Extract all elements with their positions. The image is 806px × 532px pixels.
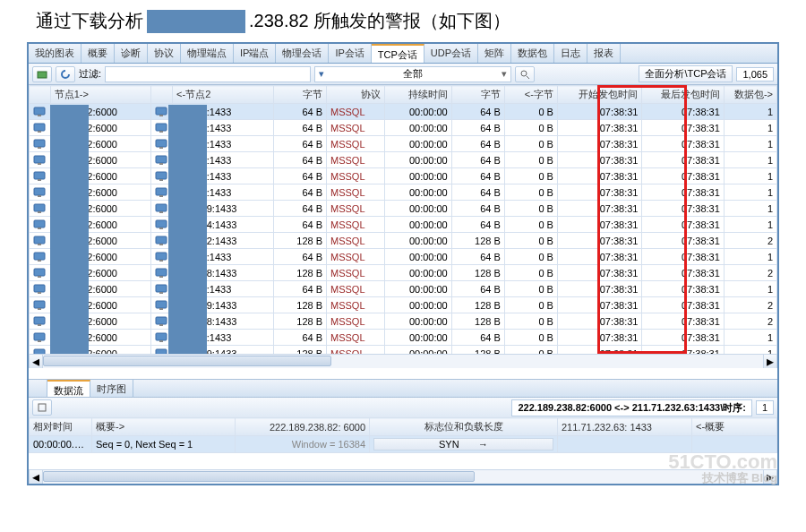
- tab-5[interactable]: IP端点: [234, 44, 276, 63]
- tab-6[interactable]: 物理会话: [276, 44, 329, 63]
- cell-end: 07:38:31: [642, 330, 724, 346]
- tab-13[interactable]: 报表: [587, 44, 621, 63]
- table-row[interactable]: 9.238.32:6000232.124:143364 BMSSQL00:00:…: [30, 217, 777, 233]
- table-row[interactable]: 9.238.32:6000232.86:143364 BMSSQL00:00:0…: [30, 120, 777, 136]
- tab-9[interactable]: UDP会话: [424, 44, 478, 63]
- col-ep2[interactable]: 211.71.232.63: 1433: [558, 418, 692, 436]
- svg-rect-11: [34, 140, 45, 147]
- monitor-icon: [33, 268, 46, 279]
- cell-bytes1: 64 B: [273, 136, 326, 152]
- csv-export-icon[interactable]: [32, 66, 52, 82]
- table-row[interactable]: 9.238.32:6000232.81:143364 BMSSQL00:00:0…: [30, 184, 777, 201]
- subtab-1[interactable]: 数据流: [47, 380, 90, 397]
- col-8[interactable]: <-字节: [504, 86, 557, 104]
- cell-dur: 00:00:00: [384, 104, 451, 120]
- table-row[interactable]: 9.238.32:6000232.199:1433128 BMSSQL00:00…: [30, 297, 777, 313]
- cell-pkt: 1: [724, 168, 776, 184]
- cell-dur: 00:00:00: [384, 201, 451, 217]
- table-row[interactable]: 9.238.32:6000232.73:143364 BMSSQL00:00:0…: [30, 136, 777, 152]
- cell-dur: 00:00:00: [384, 330, 451, 346]
- monitor-icon: [33, 316, 46, 327]
- col-11[interactable]: 数据包->: [724, 86, 776, 104]
- svg-rect-41: [156, 253, 167, 260]
- svg-rect-37: [156, 236, 167, 244]
- svg-rect-28: [38, 211, 41, 213]
- tab-0[interactable]: 我的图表: [29, 44, 81, 63]
- monitor-icon: [155, 123, 167, 133]
- table-row[interactable]: 9.238.32:6000232.56:143364 BMSSQL00:00:0…: [30, 330, 777, 346]
- col-rel-time[interactable]: 相对时间: [30, 418, 92, 436]
- refresh-icon[interactable]: [56, 66, 75, 82]
- cell-start: 07:38:31: [557, 281, 642, 297]
- col-2[interactable]: [151, 86, 173, 104]
- monitor-icon: [33, 219, 46, 230]
- col-ep1[interactable]: 222.189.238.82: 6000: [236, 418, 370, 436]
- col-0[interactable]: [30, 86, 51, 104]
- monitor-icon: [33, 155, 46, 166]
- table-row[interactable]: 9.238.32:6000232.60:143364 BMSSQL00:00:0…: [30, 168, 777, 184]
- cell-bytes3: 0 B: [504, 136, 557, 152]
- svg-rect-20: [38, 179, 41, 181]
- svg-rect-22: [159, 179, 163, 181]
- col-1[interactable]: 节点1->: [50, 86, 151, 104]
- table-row[interactable]: 9.238.32:6000232.178:1433128 BMSSQL00:00…: [30, 265, 777, 281]
- table-row[interactable]: 9.238.32:6000232.82:143364 BMSSQL00:00:0…: [30, 152, 777, 168]
- row-count: 1,065: [736, 67, 774, 82]
- tab-8[interactable]: TCP会话: [372, 44, 424, 63]
- table-row[interactable]: 9.238.32:6000232.208:1433128 BMSSQL00:00…: [30, 313, 777, 330]
- tab-3[interactable]: 协议: [148, 44, 181, 63]
- cell-start: 07:38:31: [557, 152, 642, 168]
- tab-10[interactable]: 矩阵: [478, 44, 511, 63]
- table-row[interactable]: 9.238.32:6000232.63:143364 BMSSQL00:00:0…: [30, 104, 777, 120]
- svg-rect-47: [34, 285, 45, 292]
- h-scrollbar[interactable]: ◂▸: [29, 354, 777, 368]
- detail-h-scrollbar[interactable]: ◂▸: [29, 469, 777, 484]
- col-summary-l[interactable]: 概要->: [92, 418, 236, 436]
- table-row[interactable]: 9.238.32:6000232.96:143364 BMSSQL00:00:0…: [30, 281, 777, 297]
- svg-rect-63: [34, 349, 45, 355]
- cell-start: 07:38:31: [557, 297, 642, 313]
- detail-options-icon[interactable]: [32, 399, 52, 416]
- col-flag[interactable]: 标志位和负载长度: [370, 418, 558, 436]
- tab-1[interactable]: 概要: [81, 44, 115, 63]
- cell-bytes3: 0 B: [504, 201, 557, 217]
- cell-start: 07:38:31: [557, 249, 642, 265]
- search-icon[interactable]: [515, 66, 535, 82]
- cell-proto: MSSQL: [327, 184, 384, 201]
- col-9[interactable]: 开始发包时间: [557, 86, 642, 104]
- svg-rect-56: [38, 324, 41, 326]
- table-row[interactable]: 9.238.32:6000232.172:1433128 BMSSQL00:00…: [30, 233, 777, 249]
- col-summary-r[interactable]: <-概要: [692, 418, 777, 436]
- subtab-2[interactable]: 时序图: [90, 380, 133, 397]
- monitor-icon: [155, 171, 167, 182]
- cell-bytes3: 0 B: [504, 217, 557, 233]
- monitor-icon: [155, 139, 167, 150]
- filter-scope-combo[interactable]: ▾ 全部 ▾: [314, 66, 511, 82]
- svg-rect-6: [159, 115, 163, 116]
- tab-bar: 我的图表概要诊断协议物理端点IP端点物理会话IP会话TCP会话UDP会话矩阵数据…: [29, 44, 777, 64]
- cell-pkt: 1: [724, 184, 776, 201]
- filter-input[interactable]: [105, 66, 311, 82]
- tab-2[interactable]: 诊断: [115, 44, 148, 63]
- subtab-0[interactable]: [29, 380, 47, 397]
- cell-dur: 00:00:00: [384, 297, 451, 313]
- detail-row[interactable]: 00:00:00.0… Seq = 0, Next Seq = 1 Window…: [30, 436, 777, 453]
- col-4[interactable]: 字节: [273, 86, 326, 104]
- tab-4[interactable]: 物理端点: [181, 44, 234, 63]
- tab-7[interactable]: IP会话: [329, 44, 371, 63]
- tab-11[interactable]: 数据包: [511, 44, 554, 63]
- col-7[interactable]: 字节: [451, 86, 504, 104]
- breadcrumb[interactable]: 全面分析\TCP会话: [639, 65, 733, 82]
- col-6[interactable]: 持续时间: [384, 86, 451, 104]
- cell-pkt: 1: [724, 217, 776, 233]
- col-10[interactable]: 最后发包时间: [642, 86, 724, 104]
- col-3[interactable]: <-节点2: [173, 86, 274, 104]
- cell-start: 07:38:31: [557, 265, 642, 281]
- monitor-icon: [33, 284, 46, 295]
- table-row[interactable]: 9.238.32:6000232.229:1433128 BMSSQL00:00…: [30, 346, 777, 355]
- svg-rect-27: [34, 204, 45, 211]
- tab-12[interactable]: 日志: [554, 44, 587, 63]
- table-row[interactable]: 9.238.32:6000232.159:143364 BMSSQL00:00:…: [30, 201, 777, 217]
- table-row[interactable]: 9.238.32:6000232.91:143364 BMSSQL00:00:0…: [30, 249, 777, 265]
- col-5[interactable]: 协议: [327, 86, 384, 104]
